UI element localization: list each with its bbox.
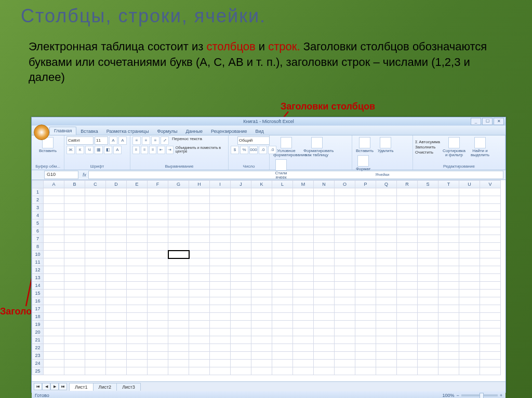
cell[interactable] [272,227,293,235]
bold-button[interactable]: Ж [66,146,75,154]
tab-home[interactable]: Главная [49,127,76,135]
cell[interactable] [335,367,355,375]
cell[interactable] [397,251,418,258]
cell[interactable] [272,251,293,258]
align-mid-button[interactable]: ≡ [142,136,150,145]
cell[interactable] [148,360,168,367]
sheet-nav-first[interactable]: ⏮ [34,383,42,390]
cell[interactable] [459,344,480,352]
cell[interactable] [355,344,376,352]
close-button[interactable]: ✕ [494,118,504,125]
sheet-tab-1[interactable]: Лист1 [69,383,94,391]
fx-button[interactable]: fx [81,172,88,177]
cell[interactable] [85,227,106,235]
cell[interactable] [272,258,293,266]
cell[interactable] [376,336,397,344]
name-box[interactable]: G10 [44,171,78,179]
cell[interactable] [148,196,168,204]
align-center-button[interactable]: ≡ [141,146,148,154]
cell[interactable] [355,352,376,360]
column-header[interactable]: T [438,181,459,188]
cell[interactable] [459,336,480,344]
row-header[interactable]: 20 [32,328,44,336]
cell[interactable] [314,321,335,328]
cell[interactable] [314,212,335,219]
cell[interactable] [293,313,314,321]
cell[interactable] [397,219,418,227]
border-button[interactable]: ▦ [95,146,103,154]
cell[interactable] [85,328,106,336]
cell[interactable] [106,266,127,274]
cell[interactable] [64,360,85,367]
cell[interactable] [251,297,272,305]
cell[interactable] [148,188,168,196]
cell[interactable] [459,188,480,196]
font-name-box[interactable]: Calibri [66,136,94,145]
align-top-button[interactable]: ≡ [132,136,141,145]
autosum-button[interactable]: Σ Автосумма [415,140,440,144]
cell[interactable] [106,344,127,352]
cell[interactable] [148,274,168,282]
cell[interactable] [85,212,106,219]
cell[interactable] [397,243,418,251]
cell[interactable] [418,219,438,227]
column-header[interactable]: U [459,181,480,188]
cell[interactable] [459,282,480,290]
cell[interactable] [64,282,85,290]
cell[interactable] [272,352,293,360]
cell[interactable] [148,227,168,235]
cell[interactable] [438,321,459,328]
cell[interactable] [231,297,251,305]
cell[interactable] [480,227,501,235]
cell[interactable] [189,344,210,352]
cell[interactable] [44,282,64,290]
cell[interactable] [459,266,480,274]
cell[interactable] [480,282,501,290]
cell[interactable] [459,251,480,258]
cell[interactable] [85,204,106,212]
cell[interactable] [85,344,106,352]
cell[interactable] [335,227,355,235]
cell[interactable] [293,274,314,282]
cell[interactable] [168,219,189,227]
cell[interactable] [376,227,397,235]
cell[interactable] [480,243,501,251]
cell[interactable] [64,297,85,305]
cell[interactable] [231,235,251,243]
cell[interactable] [459,313,480,321]
cell[interactable] [189,321,210,328]
cell[interactable] [314,227,335,235]
cell[interactable] [251,321,272,328]
cell[interactable] [231,188,251,196]
cell[interactable] [231,196,251,204]
cell[interactable] [397,344,418,352]
cell[interactable] [148,313,168,321]
cell[interactable] [106,297,127,305]
zoom-in-button[interactable]: + [500,393,502,398]
row-header[interactable]: 5 [32,219,44,227]
cell[interactable] [251,188,272,196]
cell[interactable] [293,251,314,258]
cell[interactable] [293,328,314,336]
cell[interactable] [64,235,85,243]
cell[interactable] [293,305,314,313]
cell[interactable] [418,274,438,282]
inc-decimal-button[interactable]: .0 [259,146,267,154]
cell[interactable] [272,219,293,227]
cell[interactable] [376,188,397,196]
cell[interactable] [148,282,168,290]
sort-filter-button[interactable]: Сортировка и фильтр [441,136,467,158]
cell[interactable] [355,258,376,266]
cell[interactable] [376,212,397,219]
font-color-button[interactable]: A [113,146,122,154]
cell[interactable] [355,282,376,290]
cell[interactable] [480,352,501,360]
cell[interactable] [335,243,355,251]
cell[interactable] [272,243,293,251]
cell[interactable] [251,243,272,251]
delete-cells-button[interactable]: Удалить [376,136,395,154]
cell[interactable] [106,328,127,336]
cell[interactable] [355,204,376,212]
cell[interactable] [210,212,231,219]
cell[interactable] [189,360,210,367]
